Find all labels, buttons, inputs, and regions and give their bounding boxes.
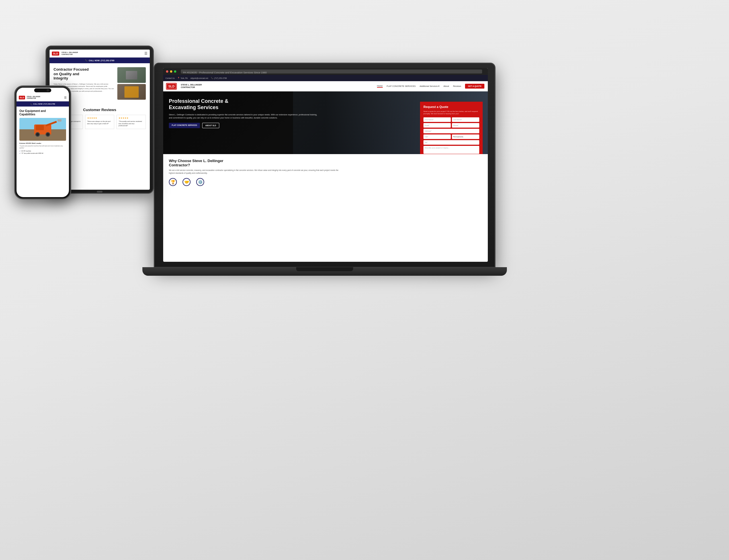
tablet-hero-title: Contractor Focused on Quality and Integr… xyxy=(54,67,115,81)
phone-bullet-2: 72" low profile bucket with 4839 lbf xyxy=(19,152,66,154)
why-icon-circle-2: 🤝 xyxy=(183,178,191,186)
kubota-wheel-right xyxy=(46,132,50,137)
phone-logo[interactable]: SLD xyxy=(19,96,25,99)
hero-btn-about[interactable]: ABOUT SLD xyxy=(202,123,219,128)
laptop-screen: PA #019035 - Professional Concrete and E… xyxy=(163,68,488,262)
form-row-contact: Email* Phone* xyxy=(423,123,479,128)
kubota-body-wrapper xyxy=(34,124,51,134)
phone-device: SLD STEVE L. DELLINGER CONTRACTOR ☰ 📞 CA… xyxy=(14,85,71,199)
laptop-quote-form: Request a Quote Need a quote for your pr… xyxy=(420,102,483,154)
laptop-base-notch xyxy=(296,267,353,271)
form-row-address: Address* xyxy=(423,129,479,133)
tablet-review-3: ★★★★★ "The quality and service rendered … xyxy=(117,115,146,129)
laptop-quote-button[interactable]: GET A QUOTE xyxy=(465,84,484,89)
nav-link-reviews[interactable]: Reviews xyxy=(453,85,461,87)
tablet-call-text: CALL NOW: (717) 252-2789 xyxy=(89,60,115,62)
why-icon-3: ⚙️ xyxy=(196,178,204,186)
tablet-header: SLD STEVE L. DELLINGER CONTRACTOR ☰ xyxy=(50,50,150,58)
laptop-nav-links: Home FLAT CONCRETE SERVICES Additional S… xyxy=(377,84,484,89)
laptop-why-text: We are a full service concrete, masonry,… xyxy=(169,169,341,175)
form-firstname[interactable]: First Name* xyxy=(423,117,451,122)
form-description[interactable]: Describe your project or inquiry... xyxy=(423,146,479,154)
laptop-why-title: Why Choose Steve L. Dellinger Contractor… xyxy=(169,159,482,167)
kubota-body xyxy=(34,124,51,134)
topbar-url-text: PA #019035 - Professional Concrete and E… xyxy=(181,71,269,74)
topbar-dot-yellow xyxy=(170,70,172,73)
form-phone[interactable]: Phone* xyxy=(452,123,479,128)
phone-header: SLD STEVE L. DELLINGER CONTRACTOR ☰ xyxy=(17,94,69,101)
review-3-stars: ★★★★★ xyxy=(119,117,144,119)
laptop-body: PA #019035 - Professional Concrete and E… xyxy=(154,63,495,268)
topbar-dot-red xyxy=(166,70,168,73)
tablet-review-2: ★★★★★ "Steve was always on the job and w… xyxy=(85,115,115,129)
tablet-phone-icon: 📞 xyxy=(85,59,88,62)
quote-form-subtitle: Need a quote for your project? Fill out … xyxy=(423,110,479,115)
laptop-logo[interactable]: SLD xyxy=(167,83,176,89)
laptop-hero-buttons: FLAT CONCRETE SERVICES ABOUT SLD xyxy=(169,123,320,128)
nav-email[interactable]: sldyork@comcast.net xyxy=(191,77,208,79)
tablet-callbar[interactable]: 📞 CALL NOW: (717) 252-2789 xyxy=(50,58,150,63)
form-row-city-state: City* Pennsylvania xyxy=(423,134,479,139)
tablet-home-button[interactable] xyxy=(97,191,103,193)
topbar-url-bar[interactable]: PA #019035 - Professional Concrete and E… xyxy=(181,70,482,73)
tablet-logo[interactable]: SLD xyxy=(52,52,59,56)
laptop-hero: Professional Concrete & Excavating Servi… xyxy=(163,91,488,154)
nav-link-flat-concrete[interactable]: FLAT CONCRETE SERVICES xyxy=(387,85,416,87)
phone-equipment-desc: "A quick and powerful machine that will … xyxy=(19,145,66,149)
phone-brand: STEVE L. DELLINGER CONTRACTOR xyxy=(27,96,40,99)
form-zip[interactable]: Zip* xyxy=(423,140,479,145)
kubota-bucket xyxy=(58,119,62,122)
form-lastname[interactable]: Last Name* xyxy=(452,117,479,122)
laptop-device: PA #019035 - Professional Concrete and E… xyxy=(154,63,495,285)
form-state[interactable]: Pennsylvania xyxy=(452,134,479,139)
why-icon-1: 🏆 xyxy=(169,178,177,186)
laptop-nav-infobar: Contact Us 📍 York, PA sldyork@comcast.ne… xyxy=(163,75,488,81)
why-icon-circle-1: 🏆 xyxy=(169,178,177,186)
form-row-zip: Zip* xyxy=(423,140,479,145)
phone-hamburger-icon[interactable]: ☰ xyxy=(64,96,67,99)
tablet-hero-img-2 xyxy=(117,84,146,100)
form-email[interactable]: Email* xyxy=(423,123,451,128)
form-row-name: First Name* Last Name* xyxy=(423,117,479,122)
laptop-hero-content: Professional Concrete & Excavating Servi… xyxy=(163,91,326,154)
phone-phone-icon: 📞 xyxy=(30,103,32,105)
review-3-text: "The quality and service rendered was ex… xyxy=(119,120,144,127)
laptop-hero-title: Professional Concrete & Excavating Servi… xyxy=(169,98,320,111)
laptop-brand: STEVE L. DELLINGER CONTRACTOR xyxy=(181,84,202,89)
phone-notch xyxy=(34,88,51,92)
hero-btn-flat-concrete[interactable]: FLAT CONCRETE SERVICES xyxy=(169,123,200,128)
phone-section-title: Our Equipment and Capabilities xyxy=(19,109,66,116)
phone-equipment-name: Kubota SSV65 Skid Loader xyxy=(19,142,66,144)
kubota-machine-visual xyxy=(19,118,66,141)
phone-bullet-1: 64 HP machine xyxy=(19,150,66,152)
tablet-hamburger-icon[interactable]: ☰ xyxy=(144,52,148,56)
why-icon-circle-3: ⚙️ xyxy=(196,178,204,186)
tablet-brand: STEVE L. DELLINGER CONTRACTOR xyxy=(62,52,78,55)
phone-callbar[interactable]: 📞 CALL NOW: (717) 252-2789 xyxy=(17,101,69,107)
laptop-header: SLD STEVE L. DELLINGER CONTRACTOR Home F… xyxy=(163,81,488,91)
laptop-topbar: PA #019035 - Professional Concrete and E… xyxy=(163,68,488,75)
phone-equipment-section: Our Equipment and Capabilities xyxy=(17,107,69,158)
phone-screen: SLD STEVE L. DELLINGER CONTRACTOR ☰ 📞 CA… xyxy=(17,88,69,197)
nav-info-items: Contact Us 📍 York, PA sldyork@comcast.ne… xyxy=(166,77,227,79)
tablet-hero-img-1 xyxy=(117,67,146,83)
phone-camera xyxy=(47,89,49,91)
nav-location: 📍 York, PA xyxy=(177,77,188,79)
nav-contact[interactable]: Contact Us xyxy=(166,77,175,79)
laptop-why-section: Why Choose Steve L. Dellinger Contractor… xyxy=(163,154,488,211)
tablet-hero-images xyxy=(117,67,146,100)
form-city[interactable]: City* xyxy=(423,134,451,139)
quote-form-title: Request a Quote xyxy=(423,105,479,109)
kubota-wheel-left xyxy=(35,132,40,137)
phone-equipment-image xyxy=(19,118,66,141)
review-2-stars: ★★★★★ xyxy=(87,117,113,119)
nav-link-about[interactable]: About xyxy=(443,85,449,87)
nav-phone: 📞 (717) 252-2789 xyxy=(211,77,227,79)
form-address[interactable]: Address* xyxy=(423,129,479,133)
laptop-why-icons: 🏆 🤝 ⚙️ xyxy=(169,178,482,186)
nav-link-additional[interactable]: Additional Services ▾ xyxy=(419,85,439,87)
why-icon-2: 🤝 xyxy=(183,178,191,186)
laptop-base xyxy=(142,267,507,276)
nav-link-home[interactable]: Home xyxy=(377,85,383,88)
topbar-dot-green xyxy=(174,70,176,73)
